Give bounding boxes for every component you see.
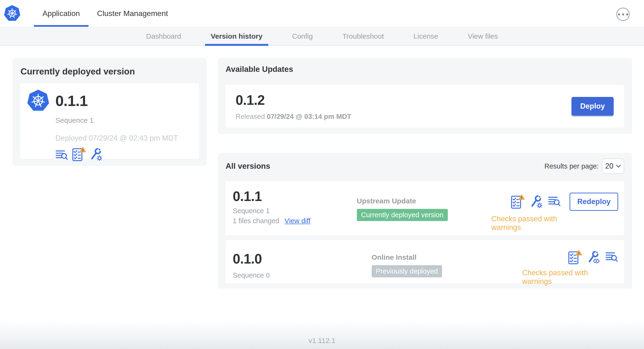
row-source-label: Upstream Update: [357, 197, 492, 205]
version-row: 0.1.0 Sequence 0 Online Install Previous…: [226, 240, 624, 283]
tab-application[interactable]: Application: [34, 0, 88, 27]
files-changed-label: 1 files changed: [233, 217, 279, 225]
available-updates-title: Available Updates: [226, 65, 624, 74]
status-badge: Currently deployed version: [357, 209, 448, 221]
footer: v1.112.1: [0, 321, 644, 349]
deploy-logs-icon[interactable]: [548, 196, 561, 207]
preflight-checks-warning-icon[interactable]: [511, 194, 525, 209]
subnav-dashboard[interactable]: Dashboard: [140, 27, 187, 45]
deployed-sequence-label: Sequence 1: [56, 116, 192, 124]
version-row: 0.1.1 Sequence 1 1 files changed View di…: [226, 181, 624, 235]
preflight-status-link[interactable]: Checks passed with warnings: [522, 268, 618, 286]
preflight-status-link[interactable]: Checks passed with warnings: [492, 214, 572, 232]
deployed-timestamp: Deployed 07/29/24 @ 02:43 pm MDT: [56, 134, 192, 142]
deploy-logs-icon[interactable]: [56, 150, 68, 160]
console-version-label: v1.112.1: [309, 336, 336, 345]
available-update-row: 0.1.2 Released 07/29/24 @ 03:14 pm MDT D…: [226, 85, 624, 128]
results-per-page-label: Results per page:: [544, 162, 599, 170]
edit-config-icon[interactable]: [530, 194, 543, 208]
deploy-logs-icon[interactable]: [605, 251, 618, 262]
subnav-version-history[interactable]: Version history: [205, 27, 268, 45]
app-kubernetes-icon: [27, 90, 49, 112]
app-subnav: Dashboard Version history Config Trouble…: [0, 27, 644, 46]
currently-deployed-version-panel: 0.1.1 Sequence 1 Deployed 07/29/24 @ 02:…: [20, 83, 199, 159]
preflight-checks-warning-icon[interactable]: [72, 147, 86, 162]
row-sequence-label: Sequence 1: [233, 207, 357, 215]
subnav-config[interactable]: Config: [286, 27, 319, 45]
update-version-number: 0.1.2: [236, 92, 351, 108]
all-versions-title: All versions: [226, 162, 270, 171]
available-updates-card: Available Updates 0.1.2 Released 07/29/2…: [218, 58, 632, 134]
currently-deployed-card: Currently deployed version 0.1.1 Sequenc…: [12, 58, 207, 166]
currently-deployed-title: Currently deployed version: [20, 66, 199, 77]
ellipsis-menu-button[interactable]: [616, 8, 630, 21]
status-badge: Previously deployed: [372, 265, 442, 278]
update-released-timestamp: Released 07/29/24 @ 03:14 pm MDT: [236, 113, 351, 120]
chevron-down-icon: [616, 164, 621, 168]
deploy-button[interactable]: Deploy: [572, 97, 614, 116]
row-version-number: 0.1.1: [233, 188, 357, 204]
subnav-license[interactable]: License: [408, 27, 444, 45]
subnav-troubleshoot[interactable]: Troubleshoot: [336, 27, 390, 45]
all-versions-card: All versions Results per page: 20 0.1.1 …: [218, 153, 632, 288]
tab-cluster-management[interactable]: Cluster Management: [88, 0, 177, 27]
subnav-view-files[interactable]: View files: [462, 27, 504, 45]
view-config-icon[interactable]: [587, 250, 600, 264]
ellipsis-icon: [618, 13, 620, 16]
view-diff-link[interactable]: View diff: [284, 217, 310, 225]
row-version-number: 0.1.0: [233, 251, 372, 267]
preflight-checks-warning-icon[interactable]: [568, 250, 582, 265]
deployed-version-number: 0.1.1: [56, 92, 88, 109]
edit-config-icon[interactable]: [90, 147, 103, 161]
results-per-page-select[interactable]: 20: [602, 158, 624, 174]
kubernetes-logo-icon: [4, 5, 20, 22]
top-tabs: Application Cluster Management: [34, 0, 177, 27]
row-sequence-label: Sequence 0: [233, 272, 372, 279]
top-navbar: Application Cluster Management: [0, 0, 644, 27]
redeploy-button[interactable]: Redeploy: [570, 193, 618, 211]
row-source-label: Online Install: [372, 253, 522, 262]
